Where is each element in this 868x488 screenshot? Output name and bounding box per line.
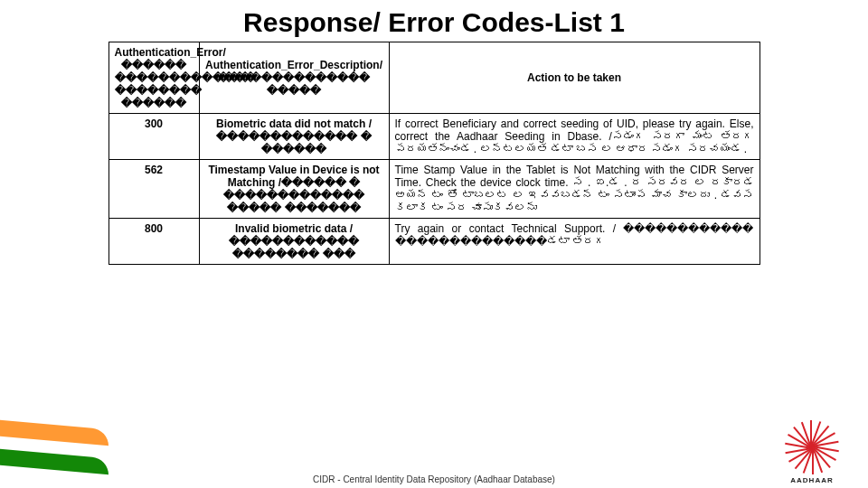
error-desc: Timestamp Value in Device is not Matchin… [199, 160, 389, 219]
page-title: Response/ Error Codes-List 1 [0, 0, 868, 42]
footer-text: CIDR - Central Identity Data Repository … [313, 474, 555, 484]
col-header-code: Authentication_Error/ ������ �����������… [108, 42, 199, 114]
aadhaar-logo-text: AADHAAR [767, 476, 857, 484]
aadhaar-sun-icon [785, 420, 839, 474]
table-row: 800 Invalid biometric data /������������… [108, 219, 760, 265]
error-action: If correct Beneficiary and correct seedi… [389, 114, 760, 160]
error-code: 300 [108, 114, 199, 160]
col-header-action: Action to be taken [389, 42, 760, 114]
error-action: Time Stamp Value in the Tablet is Not Ma… [389, 160, 760, 219]
table-header-row: Authentication_Error/ ������ �����������… [108, 42, 760, 114]
india-flag-graphic [0, 425, 108, 488]
error-codes-table: Authentication_Error/ ������ �����������… [108, 42, 760, 265]
error-action: Try again or contact Technical Support. … [389, 219, 760, 265]
table-row: 562 Timestamp Value in Device is not Mat… [108, 160, 760, 219]
error-desc: Biometric data did not match / ���������… [199, 114, 389, 160]
error-code: 800 [108, 219, 199, 265]
error-desc: Invalid biometric data /������������ ���… [199, 219, 389, 265]
col-header-desc: Authentication_Error_Description/ ������… [199, 42, 389, 114]
error-code: 562 [108, 160, 199, 219]
table-row: 300 Biometric data did not match / �����… [108, 114, 760, 160]
aadhaar-logo: AADHAAR [767, 420, 857, 484]
